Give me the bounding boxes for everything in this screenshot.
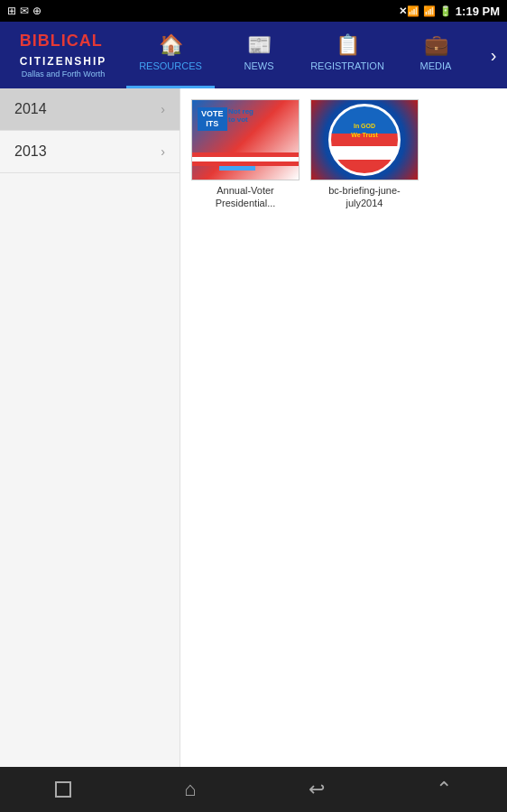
vote-badge: VOTEITS (198, 107, 227, 131)
logo-subtitle: Dallas and Forth Worth (22, 69, 105, 78)
tab-media[interactable]: 💼 MEDIA (392, 22, 480, 88)
media-icon: 💼 (424, 33, 448, 57)
wifi-off-icon: ✕📶 (399, 5, 419, 17)
logo-title: BIBLICAL CITIZENSHIP (20, 32, 107, 69)
menu-icon: ⌃ (436, 778, 452, 801)
resources-area: VOTEITS Not regto vot CLICK Annual-Voter… (180, 88, 507, 767)
logo-citizenship: CITIZENSHIP (20, 55, 107, 68)
resource-thumb-annual-voter: VOTEITS Not regto vot CLICK (191, 99, 300, 180)
chevron-right-icon: › (161, 102, 165, 116)
thumb1-content: VOTEITS Not regto vot CLICK (192, 100, 299, 180)
logo-biblical: BIBLICAL (20, 32, 103, 50)
news-icon: 📰 (247, 33, 272, 57)
sidebar-item-2014[interactable]: 2014 › (0, 88, 180, 131)
tab-news-label: NEWS (244, 60, 274, 71)
flag-circle: In GOD We Trust (328, 104, 401, 176)
clock: 1:19 PM (456, 5, 500, 18)
nav-tabs: 🏠 RESOURCES 📰 NEWS 📋 REGISTRATION 💼 MEDI… (126, 22, 480, 88)
more-button[interactable]: › (480, 22, 507, 88)
signal-icon: 📶 (423, 5, 436, 17)
flag-stripe (192, 152, 299, 180)
header: BIBLICAL CITIZENSHIP Dallas and Forth Wo… (0, 22, 507, 88)
tab-registration-label: REGISTRATION (310, 60, 384, 71)
battery-icon: 🔋 (439, 5, 452, 17)
menu-button[interactable]: ⌃ (421, 767, 466, 812)
resource-item-annual-voter[interactable]: VOTEITS Not regto vot CLICK Annual-Voter… (191, 99, 300, 210)
tab-media-label: MEDIA (420, 60, 452, 71)
bottom-bar: ⌂ ↩ ⌃ (0, 767, 507, 812)
tab-resources-label: RESOURCES (139, 60, 202, 71)
status-bar: ⊞ ✉ ⊕ ✕📶 📶 🔋 1:19 PM (0, 0, 507, 22)
back-button[interactable]: ↩ (294, 767, 339, 812)
recent-apps-icon (55, 781, 71, 798)
chevron-right-icon-2: › (161, 144, 165, 159)
recent-apps-button[interactable] (41, 767, 86, 812)
registration-icon: 📋 (336, 33, 360, 57)
thumb2-inner: In GOD We Trust (311, 100, 418, 180)
in-god-text: In GOD (331, 123, 398, 129)
resource-thumb-bc-briefing: In GOD We Trust (310, 99, 419, 180)
extra-icon: ⊕ (32, 5, 41, 17)
sidebar: 2014 › 2013 › (0, 88, 180, 767)
sim-icon: ⊞ (7, 5, 16, 17)
mail-icon: ✉ (20, 5, 29, 17)
back-icon: ↩ (309, 778, 325, 801)
resource-label-annual-voter: Annual-Voter Presidential... (191, 184, 300, 210)
home-button[interactable]: ⌂ (168, 767, 213, 812)
sidebar-label-2014: 2014 (14, 101, 47, 117)
tab-news[interactable]: 📰 NEWS (215, 22, 303, 88)
logo-area: BIBLICAL CITIZENSHIP Dallas and Forth Wo… (0, 22, 126, 88)
main-content: 2014 › 2013 › VOTEITS Not regto vot CLIC… (0, 88, 507, 767)
resources-icon: 🏠 (159, 33, 183, 57)
status-left-icons: ⊞ ✉ ⊕ (7, 5, 41, 17)
stripe-red-2 (192, 161, 299, 166)
resource-item-bc-briefing[interactable]: In GOD We Trust bc-briefing-june-july201… (310, 99, 419, 210)
home-icon: ⌂ (184, 778, 196, 801)
tab-resources[interactable]: 🏠 RESOURCES (126, 22, 215, 88)
sidebar-item-2013[interactable]: 2013 › (0, 131, 180, 173)
not-register-text: Not regto vot (228, 107, 297, 124)
resource-label-bc-briefing: bc-briefing-june-july2014 (310, 184, 419, 210)
we-trust-text: We Trust (331, 132, 398, 138)
sidebar-label-2013: 2013 (14, 143, 47, 160)
resources-grid: VOTEITS Not regto vot CLICK Annual-Voter… (191, 99, 419, 210)
status-right-area: ✕📶 📶 🔋 1:19 PM (399, 5, 500, 18)
tab-registration[interactable]: 📋 REGISTRATION (303, 22, 392, 88)
